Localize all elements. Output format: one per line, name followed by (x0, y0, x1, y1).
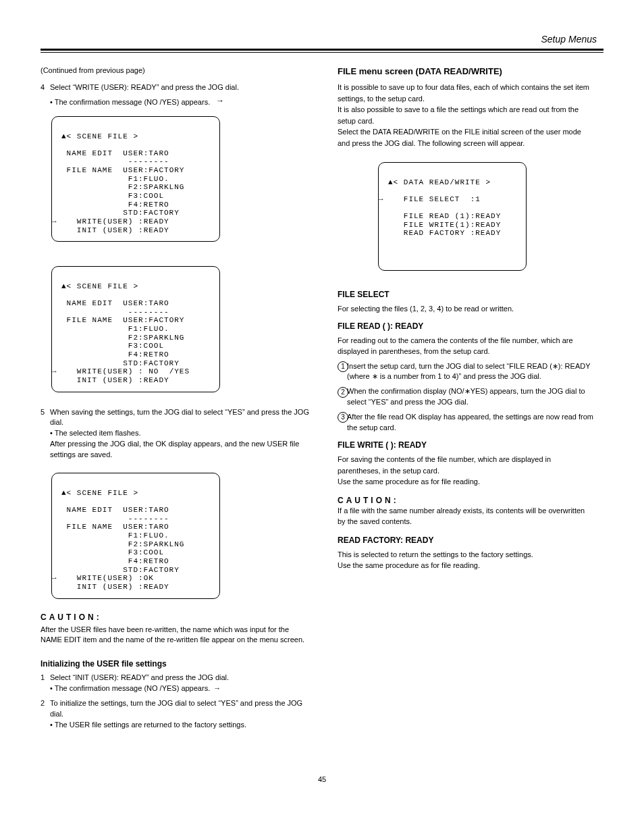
screen3-f3: F3:COOL (61, 548, 164, 556)
screen2-f4: F4:RETRO (61, 350, 169, 359)
screen1-f3: F3:COOL (61, 192, 164, 200)
file-read-step3: After the file read OK display has appea… (347, 412, 594, 434)
screen1-init: INIT (USER) :READY (67, 226, 169, 234)
screen3-file-name: FILE NAME USER:TARO (67, 523, 169, 531)
screen2-write: WRITE(USER) : NO /YES (67, 367, 190, 375)
rcol-body2: It is also possible to save to a file th… (338, 105, 579, 125)
screen3-init: INIT (USER) :READY (67, 583, 169, 591)
rcol-title: FILE menu screen (DATA READ/WRITE) (338, 66, 594, 76)
screen2-file-name: FILE NAME USER:FACTORY (67, 316, 185, 324)
screen4-arrow: → (379, 195, 384, 203)
step4-text: Select “WRITE (USER): READY” and press t… (50, 82, 311, 93)
screen1-write: WRITE(USER) :READY (67, 217, 169, 226)
continued-note: (Continued from previous page) (41, 66, 311, 74)
screen3-std: STD:FACTORY (61, 566, 180, 574)
step5-number: 5 (41, 407, 50, 461)
screen2-f2: F2:SPARKLNG (61, 334, 184, 342)
init-step2-note: • The USER file settings are returned to… (50, 721, 246, 729)
screen3-write: WRITE(USER) :OK (67, 574, 154, 582)
init-step1-num: 1 (41, 673, 50, 694)
screen1-title: ▲< SCENE FILE > (61, 132, 138, 140)
screen4-file-write: FILE WRITE(1):READY (394, 221, 502, 229)
read-factory-title: READ FACTORY: READY (338, 536, 594, 545)
screen3-f1: F1:FLUO. (61, 531, 169, 540)
file-write-body: For saving the contents of the file numb… (338, 455, 551, 475)
screen1-std: STD:FACTORY (61, 209, 180, 217)
screen2-underline: -------- (67, 308, 169, 316)
file-select-title: FILE SELECT (338, 290, 594, 299)
read-factory-body2: Use the same procedure as for file readi… (338, 561, 480, 569)
file-read-title: FILE READ ( ): READY (338, 321, 594, 331)
main-columns: (Continued from previous page) 4 Select … (41, 66, 603, 735)
screen4-title: ▲< DATA READ/WRITE > (388, 178, 491, 186)
file-write-title: FILE WRITE ( ): READY (338, 440, 594, 450)
screen1: ▲< SCENE FILE > NAME EDIT USER:TARO ----… (51, 116, 220, 242)
screen3-name-edit: NAME EDIT USER:TARO (67, 506, 169, 514)
screen2-title: ▲< SCENE FILE > (61, 282, 138, 290)
right-column: FILE menu screen (DATA READ/WRITE) It is… (338, 66, 594, 735)
file-read-body: For reading out to the camera the conten… (338, 335, 594, 357)
file-read-step1: Insert the setup card, turn the JOG dial… (347, 361, 594, 383)
screen2-f1: F1:FLUO. (61, 325, 169, 333)
left-column: (Continued from previous page) 4 Select … (41, 66, 311, 735)
rcol-body3: Select the DATA READ/WRITE on the FILE i… (338, 128, 581, 147)
rcol-body1: It is possible to save up to four data f… (338, 83, 589, 103)
init-step2-num: 2 (41, 698, 50, 731)
step5-text2: After pressing the JOG dial, the OK disp… (50, 440, 299, 459)
screen3-f2: F2:SPARKLNG (61, 540, 184, 548)
caution2-body: If a file with the same number already e… (338, 505, 594, 527)
screen3: ▲< SCENE FILE > NAME EDIT USER:TARO ----… (51, 473, 220, 598)
screen1-f1: F1:FLUO. (61, 175, 169, 183)
caution2-label: CAUTION: (338, 496, 594, 505)
screen1-arrow: → (52, 217, 57, 226)
screen1-f2: F2:SPARKLNG (61, 183, 184, 191)
init-section-title: Initializing the USER file settings (41, 659, 311, 669)
screen2-arrow: → (52, 367, 57, 375)
file-read-step2: When the confirmation display (NO/∗YES) … (347, 386, 594, 408)
step5-note: • The selected item flashes. (50, 429, 141, 437)
screen2-f3: F3:COOL (61, 342, 164, 350)
file-select-body: For selecting the files (1, 2, 3, 4) to … (338, 303, 594, 315)
header-rule-thick (41, 49, 603, 51)
screen4: ▲< DATA READ/WRITE > → FILE SELECT :1 FI… (378, 162, 527, 271)
page-number: 45 (41, 775, 603, 783)
screen1-name-edit: NAME EDIT USER:TARO (67, 149, 169, 157)
caution1-body: After the USER files have been re-writte… (41, 625, 311, 646)
screen4-file-read: FILE READ (1):READY (394, 212, 502, 220)
screen1-f4: F4:RETRO (61, 201, 169, 209)
screen3-f4: F4:RETRO (61, 557, 169, 565)
screen3-title: ▲< SCENE FILE > (61, 489, 138, 497)
init-step1-note: • The confirmation message (NO /YES) app… (50, 684, 210, 692)
right-arrow-icon: → (213, 684, 221, 692)
header-rule-thin (41, 52, 603, 53)
screen3-arrow: → (52, 574, 57, 582)
screen3-underline: -------- (67, 515, 169, 523)
page-header: Setup Menus (41, 34, 603, 45)
read-factory-body: This is selected to return the settings … (338, 550, 533, 558)
step4-note: • The confirmation message (NO /YES) app… (50, 97, 311, 108)
screen1-underline: -------- (67, 157, 169, 165)
file-write-body2: Use the same procedure as for file readi… (338, 477, 480, 486)
screen2: ▲< SCENE FILE > NAME EDIT USER:TARO ----… (51, 266, 220, 392)
screen4-file-select: FILE SELECT :1 (394, 195, 481, 203)
step4-number: 4 (41, 82, 50, 93)
screen1-file-name: FILE NAME USER:FACTORY (67, 166, 185, 174)
init-step2: To initialize the settings, turn the JOG… (50, 699, 302, 718)
caution1-label: CAUTION: (41, 613, 311, 622)
screen4-read-factory: READ FACTORY :READY (394, 229, 502, 237)
screen2-init: INIT (USER) :READY (67, 376, 169, 384)
step5-text: When saving the settings, turn the JOG d… (50, 408, 309, 427)
init-step1: Select “INIT (USER): READY” and press th… (50, 673, 229, 681)
screen2-name-edit: NAME EDIT USER:TARO (67, 299, 169, 307)
screen2-std: STD:FACTORY (61, 359, 180, 367)
